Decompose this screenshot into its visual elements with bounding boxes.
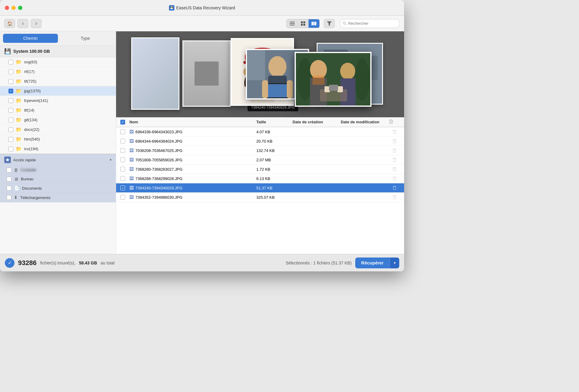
qa-name-bureau: Bureau [21,177,33,181]
file-icon-7: 🖼 [129,185,134,190]
col-header-created: Date de création [293,120,341,124]
app-icon: 💾 [169,5,174,11]
row-check-4[interactable] [120,157,125,162]
quick-access-icon [4,156,11,163]
file-row-7[interactable]: ✓ 🖼 7394240-7394340029.JPG 51.37 KB [116,183,404,193]
row-check-8[interactable] [120,195,125,200]
sidebar: Chemin Type 💾 System 100.00 GB 📁 svg(63)… [0,31,116,254]
folder-check-htm[interactable] [8,137,13,142]
folder-item-docx[interactable]: 📁 docx(22) [0,125,116,134]
folder-check-tif[interactable] [8,79,13,84]
folder-item-fcpevent[interactable]: 📁 fcpevent(141) [0,96,116,106]
drive-header: 💾 System 100.00 GB [0,46,116,57]
folder-name-ttf: ttf(14) [24,108,34,112]
folder-check-ttf[interactable] [8,108,13,113]
folder-check-jpg[interactable]: ✓ [8,89,13,93]
folder-item-svg[interactable]: 📁 svg(63) [0,57,116,67]
folder-item-htm[interactable]: 📁 htm(540) [0,134,116,144]
file-del-7[interactable] [389,186,400,190]
file-count: 93286 [18,259,36,267]
quick-access-header[interactable]: Accès rapide ▾ [0,154,116,166]
file-row-6[interactable]: 🖼 7368288-7368299028.JPG 6.13 KB [116,174,404,183]
folder-icon: 📁 [16,78,22,84]
file-del-5[interactable] [389,167,400,171]
file-del-4[interactable] [389,158,400,162]
film-view-button[interactable] [308,19,319,28]
file-row-4[interactable]: 🖼 7051808-7055859026.JPG 2.07 MB [116,155,404,165]
folder-check-gif[interactable] [8,118,13,122]
file-row-5[interactable]: 🖼 7368280-7368283027.JPG 1.72 KB [116,165,404,174]
filter-button[interactable] [324,19,335,28]
svg-rect-7 [312,22,313,25]
file-del-8[interactable] [389,195,400,199]
svg-rect-9 [315,22,316,25]
row-check-2[interactable] [120,139,125,144]
svg-point-11 [343,22,345,24]
svg-rect-52 [287,80,293,98]
row-check-1[interactable] [120,129,125,134]
minimize-button[interactable] [11,6,16,10]
col-header-del [389,119,400,125]
file-del-1[interactable] [389,130,400,134]
file-row-3[interactable]: 🖼 7036208-7036467025.JPG 132.74 KB [116,146,404,155]
folder-check-ico[interactable] [8,147,13,151]
file-del-6[interactable] [389,176,400,181]
folder-item-ttf[interactable]: 📁 ttf(14) [0,106,116,115]
home-button[interactable]: 🏠 [4,19,15,28]
qa-item-corbeille[interactable]: 🗑 Corbeille [0,166,116,175]
qa-item-documents[interactable]: 📄 Documents [0,184,116,193]
folder-item-gif[interactable]: 📁 gif(134) [0,115,116,125]
row-check-6[interactable] [120,176,125,181]
qa-check-telechargements[interactable] [7,195,11,200]
svg-rect-44 [312,76,324,85]
recover-dropdown-button[interactable]: ▾ [390,258,399,268]
list-view-button[interactable] [287,19,298,28]
file-del-2[interactable] [389,139,400,143]
file-row-8[interactable]: 🖼 7394352-7394986030.JPG 325.07 KB [116,193,404,202]
thumb-left-2 [182,40,231,107]
quick-access-chevron: ▾ [110,158,112,162]
folder-item-rtf[interactable]: 📁 rtf(17) [0,67,116,77]
folder-icon: 📁 [16,98,22,103]
row-check-3[interactable] [120,148,125,153]
file-icon-4: 🖼 [129,157,134,162]
qa-check-bureau[interactable] [7,177,11,182]
qa-check-corbeille[interactable] [7,168,11,172]
file-name-2: 6964344-6964384024.JPG [135,139,182,144]
folder-check-fcpevent[interactable] [8,98,13,103]
svg-point-46 [268,56,286,77]
recover-button[interactable]: Récupérer [355,258,390,268]
content-area: 7394240-7394340029.JPG ✓ Nom Taille Date… [116,31,404,254]
folder-check-rtf[interactable] [8,69,13,74]
folder-item-ico[interactable]: 📁 ico(194) [0,144,116,154]
folder-check-docx[interactable] [8,127,13,132]
select-all-checkbox[interactable]: ✓ [120,120,125,125]
found-label: fichier(s) trouvé(s), [40,261,75,265]
search-input[interactable] [348,21,397,26]
file-icon-6: 🖼 [129,176,134,181]
tab-chemin[interactable]: Chemin [3,34,58,43]
folder-name-tif: tif(725) [24,79,36,84]
telechargements-icon: ⬇ [14,195,18,200]
folder-item-jpg[interactable]: ✓ 📁 jpg(1370) [0,86,116,96]
qa-item-telechargements[interactable]: ⬇ Téléchargements [0,193,116,202]
qa-check-documents[interactable] [7,186,11,191]
tab-type[interactable]: Type [58,34,113,43]
search-box [340,19,400,28]
forward-button[interactable]: › [31,19,42,28]
row-check-5[interactable] [120,167,125,172]
file-list: ✓ Nom Taille Date de création Date de mo… [116,117,404,254]
traffic-lights [5,6,22,10]
file-row-1[interactable]: 🖼 6964336-6964343023.JPG 4.07 KB [116,127,404,137]
file-name-5: 7368280-7368283027.JPG [135,167,182,172]
file-row-2[interactable]: 🖼 6964344-6964384024.JPG 20.70 KB [116,137,404,146]
folder-check-svg[interactable] [8,60,13,65]
folder-item-tif[interactable]: 📁 tif(725) [0,77,116,86]
qa-item-bureau[interactable]: 🖥 Bureau [0,175,116,184]
file-del-3[interactable] [389,148,400,153]
grid-view-button[interactable] [298,19,308,28]
back-button[interactable]: ‹ [17,19,28,28]
close-button[interactable] [5,6,9,10]
row-check-7[interactable]: ✓ [120,185,125,190]
maximize-button[interactable] [18,6,22,10]
